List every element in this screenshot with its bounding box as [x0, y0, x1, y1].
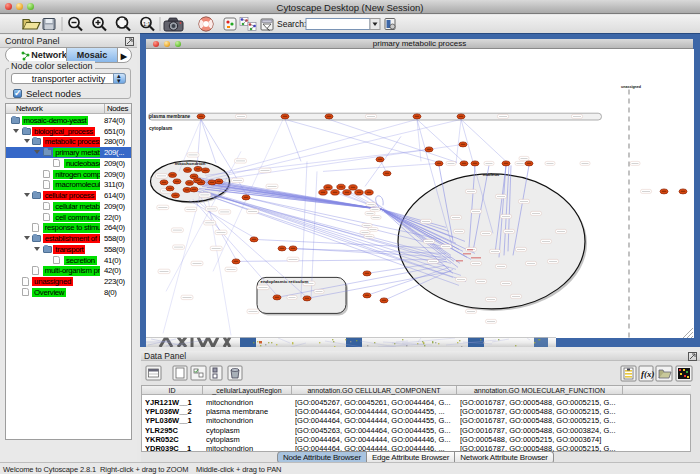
svg-text:endoplasmic reticulum: endoplasmic reticulum [261, 278, 309, 283]
svg-text:plasma membrane: plasma membrane [149, 114, 191, 119]
svg-text:Search:: Search: [277, 19, 306, 29]
svg-text:1:1: 1:1 [143, 21, 151, 27]
svg-text:f(x): f(x) [641, 369, 655, 379]
svg-text:mitochondrion: mitochondrion [175, 160, 206, 165]
svg-text:nucleus: nucleus [483, 171, 500, 176]
svg-text:cytoplasm: cytoplasm [149, 125, 172, 130]
svg-text:unassigned: unassigned [621, 84, 641, 88]
